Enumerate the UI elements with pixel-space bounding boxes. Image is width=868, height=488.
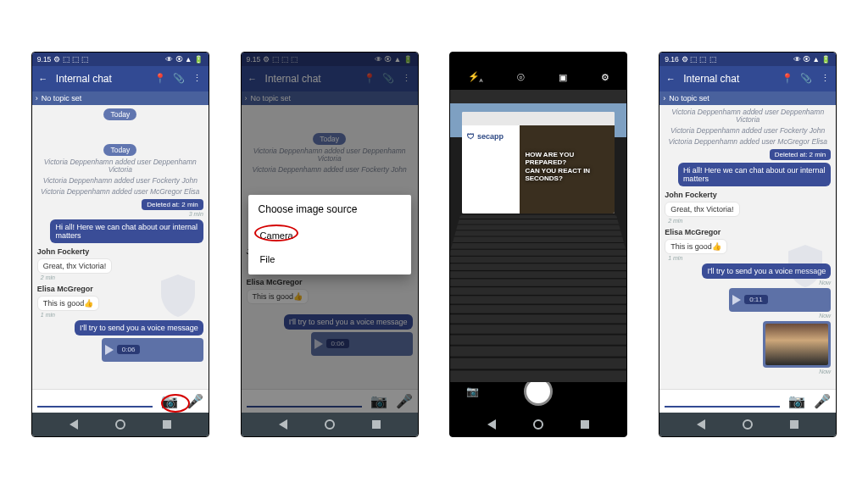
voice-message[interactable]: 0:06 <box>102 338 203 362</box>
laptop-screen: 🛡 secapp HOW ARE YOU PREPARED? CAN YOU R… <box>462 112 615 214</box>
camera-top-bar: ⚡A ⦾ ▣ ⚙ <box>450 66 626 90</box>
nav-recent-icon[interactable] <box>581 420 589 429</box>
nav-home-icon[interactable] <box>743 419 753 430</box>
msg-out[interactable]: Hi all! Here we can chat about our inter… <box>678 163 831 186</box>
svg-text:S: S <box>170 281 186 309</box>
msg-out[interactable]: Hi all! Here we can chat about our inter… <box>50 219 203 243</box>
timestamp: 3 min <box>37 211 203 217</box>
topic-text: No topic set <box>42 94 82 103</box>
clock: 9.16 <box>665 55 679 64</box>
message-input[interactable] <box>37 394 153 408</box>
laptop-keyboard <box>449 215 627 382</box>
msg-in[interactable]: Great, thx Victoria! <box>37 258 112 274</box>
settings-icon[interactable]: ⚙ <box>601 72 609 83</box>
status-bar: 9.16⚙ ⬚ ⬚ ⬚ 👁 ⦿ ▲ 🔋 <box>659 53 836 66</box>
chat-content: S Today Today Victoria Deppenhamn added … <box>32 105 209 389</box>
nav-recent-icon[interactable] <box>790 420 798 429</box>
android-nav <box>659 413 836 436</box>
gallery-icon[interactable]: 📷 <box>465 385 479 398</box>
svg-text:S: S <box>797 252 814 280</box>
pin-icon[interactable]: 📍 <box>154 73 166 84</box>
highlight-ring-camera <box>161 394 190 413</box>
screen-4-chat-with-image: 9.16⚙ ⬚ ⬚ ⬚ 👁 ⦿ ▲ 🔋 ← Internal chat 📍 📎 … <box>659 52 837 437</box>
app-bar: ← Internal chat 📍 📎 ⋮ <box>32 66 209 92</box>
clip-icon[interactable]: 📎 <box>800 73 812 84</box>
status-icons-right: 👁 ⦿ ▲ 🔋 <box>165 55 203 64</box>
back-icon[interactable]: ← <box>37 74 49 84</box>
msg-in[interactable]: This is good👍 <box>665 239 727 254</box>
page-title: Internal chat <box>56 73 147 85</box>
nav-back-icon[interactable] <box>70 419 78 430</box>
nav-back-icon[interactable] <box>487 419 496 430</box>
more-icon[interactable]: ⋮ <box>192 73 203 84</box>
screen-2-dialog: 9.15⚙ ⬚ ⬚ ⬚ 👁 ⦿ ▲ 🔋 ← Internal chat 📍 📎 … <box>241 52 419 437</box>
hero-text: HOW ARE YOU PREPARED? CAN YOU REACT IN S… <box>525 151 608 183</box>
topic-bar[interactable]: › No topic set <box>659 92 836 105</box>
watermark-shield: S <box>153 266 203 325</box>
nav-recent-icon[interactable] <box>163 420 171 429</box>
android-nav <box>450 413 626 436</box>
msg-in[interactable]: This is good👍 <box>37 296 100 311</box>
message-input[interactable] <box>665 394 780 408</box>
screen-3-camera: ⚡A ⦾ ▣ ⚙ 🛡 secapp HOW ARE YOU PREPARED? … <box>449 52 627 437</box>
screen-1-chat: 9.15⚙ ⬚ ⬚ ⬚ 👁 ⦿ ▲ 🔋 ← Internal chat 📍 📎 … <box>31 52 209 437</box>
date-pill-2: Today <box>103 144 136 156</box>
highlight-ring-camera-option <box>254 225 298 241</box>
deleted-badge: Deleted at: 2 min <box>142 199 203 210</box>
flash-icon[interactable]: ⚡A <box>468 71 483 83</box>
topic-bar[interactable]: › No topic set <box>32 92 209 105</box>
option-file[interactable]: File <box>259 247 401 271</box>
date-pill: Today <box>103 108 136 120</box>
secapp-logo: 🛡 secapp <box>467 132 504 141</box>
voice-duration: 0:11 <box>744 295 768 304</box>
voice-duration: 0:06 <box>117 345 141 354</box>
chat-content: S Victoria Deppenhamn added user Deppenh… <box>659 105 836 389</box>
system-note: Victoria Deppenhamn added user McGregor … <box>665 138 831 147</box>
deleted-badge: Deleted at: 2 min <box>770 149 831 160</box>
sender-name: John Fockerty <box>37 247 203 256</box>
watermark-shield: S <box>780 236 831 296</box>
page-title: Internal chat <box>683 73 775 85</box>
play-icon[interactable] <box>732 295 741 305</box>
system-note: Victoria Deppenhamn added user Deppenham… <box>665 108 831 125</box>
system-note: Victoria Deppenhamn added user Fockerty … <box>665 127 831 136</box>
image-message[interactable] <box>763 321 831 368</box>
back-icon[interactable]: ← <box>665 74 676 84</box>
sender-name: John Fockerty <box>665 191 831 199</box>
msg-in[interactable]: Great, thx Victoria! <box>665 202 739 217</box>
sender-name: Elisa McGregor <box>665 228 831 236</box>
chevron-right-icon: › <box>36 94 38 103</box>
android-nav <box>32 413 209 436</box>
system-note: Victoria Deppenhamn added user Deppenham… <box>37 158 203 175</box>
play-icon[interactable] <box>105 345 114 355</box>
system-note: Victoria Deppenhamn added user McGregor … <box>37 188 203 197</box>
pin-icon[interactable]: 📍 <box>782 73 793 84</box>
nav-home-icon[interactable] <box>533 419 543 430</box>
mic-icon[interactable]: 🎤 <box>814 393 831 409</box>
nav-home-icon[interactable] <box>115 419 125 430</box>
dialog-title: Choose image source <box>259 203 401 215</box>
clock: 9.15 <box>37 55 52 64</box>
camera-icon[interactable]: 📷 <box>788 393 805 409</box>
nav-back-icon[interactable] <box>697 419 705 430</box>
switch-camera-icon[interactable]: ▣ <box>559 72 567 83</box>
input-bar: 📷 🎤 <box>659 389 836 413</box>
system-note: Victoria Deppenhamn added user Fockerty … <box>37 177 203 186</box>
status-bar <box>450 53 626 66</box>
camera-viewfinder[interactable]: 🛡 secapp HOW ARE YOU PREPARED? CAN YOU R… <box>450 90 626 353</box>
status-icons-left: ⚙ ⬚ ⬚ ⬚ <box>53 55 89 64</box>
timer-icon[interactable]: ⦾ <box>517 72 525 83</box>
app-bar: ← Internal chat 📍 📎 ⋮ <box>659 66 836 92</box>
more-icon[interactable]: ⋮ <box>819 73 831 84</box>
image-thumbnail <box>765 324 828 365</box>
status-bar: 9.15⚙ ⬚ ⬚ ⬚ 👁 ⦿ ▲ 🔋 <box>32 53 209 66</box>
clip-icon[interactable]: 📎 <box>173 73 185 84</box>
